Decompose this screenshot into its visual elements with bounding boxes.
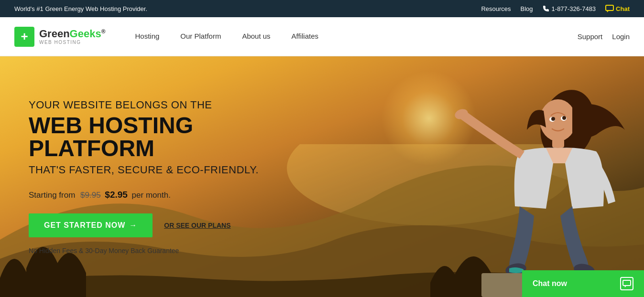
price-original: $9.95 [80,191,101,200]
see-plans-link[interactable]: OR SEE OUR PLANS [164,222,230,229]
resources-link[interactable]: Resources [481,5,511,12]
logo[interactable]: + GreenGeeks® WEB HOSTING [14,27,106,47]
top-bar: World's #1 Green Energy Web Hosting Prov… [0,0,644,17]
price-prefix: Starting from [29,191,75,200]
chat-now-icon [620,277,633,290]
phone-icon [543,5,549,12]
chat-bubble-icon [622,280,631,287]
nav-links: Hosting Our Platform About us Affiliates [125,17,578,56]
hero-price: Starting from $9.95 $2.95 per month. [29,190,306,200]
logo-text: GreenGeeks® WEB HOSTING [39,28,106,45]
svg-point-12 [562,116,566,120]
blog-link[interactable]: Blog [521,5,533,12]
chat-label: Chat [616,5,630,12]
phone-link[interactable]: 1-877-326-7483 [543,5,596,12]
svg-rect-0 [606,5,613,11]
nav-hosting[interactable]: Hosting [125,17,170,56]
nav-right: Support Login [578,32,630,41]
support-link[interactable]: Support [578,32,603,41]
hero-person-svg [424,68,644,297]
svg-rect-4 [552,138,564,148]
chat-link[interactable]: Chat [605,5,630,12]
hero-cta-row: GET STARTED NOW → OR SEE OUR PLANS [29,213,306,237]
top-bar-right: Resources Blog 1-877-326-7483 Chat [481,5,630,12]
hero: YOUR WEBSITE BELONGS ON THE WEB HOSTING … [0,56,644,297]
logo-brand: GreenGeeks® [39,28,106,40]
nav-bar: + GreenGeeks® WEB HOSTING Hosting Our Pl… [0,17,644,56]
hero-content: YOUR WEBSITE BELONGS ON THE WEB HOSTING … [0,70,335,283]
price-suffix: per month. [132,191,171,200]
hero-tagline: THAT'S FASTER, SECURE & ECO-FRIENDLY. [29,164,306,176]
hero-guarantee: No Hidden Fees & 30-Day Money Back Guara… [29,247,306,255]
login-link[interactable]: Login [612,32,630,41]
get-started-arrow: → [129,221,137,230]
hero-title: WEB HOSTING PLATFORM [29,114,306,160]
tagline: World's #1 Green Energy Web Hosting Prov… [14,5,147,12]
logo-sub: WEB HOSTING [39,40,106,45]
logo-icon: + [14,27,34,47]
get-started-label: GET STARTED NOW [44,221,125,230]
svg-point-10 [551,117,555,121]
phone-number: 1-877-326-7483 [552,5,596,12]
chat-now-label: Chat now [533,279,567,288]
hero-subtitle: YOUR WEBSITE BELONGS ON THE [29,99,306,111]
nav-affiliates[interactable]: Affiliates [281,17,329,56]
nav-platform[interactable]: Our Platform [170,17,231,56]
get-started-button[interactable]: GET STARTED NOW → [29,213,153,237]
price-current: $2.95 [105,190,128,200]
chat-icon [605,5,614,12]
svg-point-3 [540,99,576,141]
svg-rect-13 [623,280,631,286]
nav-about[interactable]: About us [231,17,281,56]
chat-now-button[interactable]: Chat now [522,270,644,297]
